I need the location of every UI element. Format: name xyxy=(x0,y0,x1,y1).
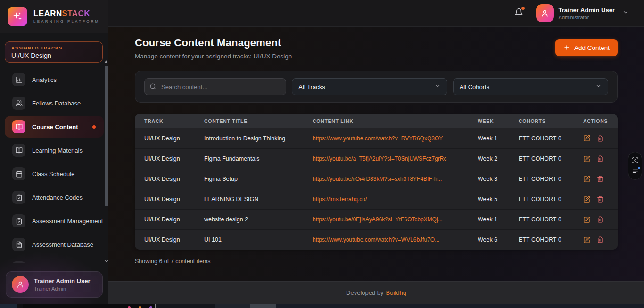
trash-icon[interactable] xyxy=(597,236,603,243)
sidebar-nav: AnalyticsFellows DatabaseCourse ContentL… xyxy=(0,69,104,263)
plus-icon xyxy=(563,44,570,51)
sidebar-item-label: Analytics xyxy=(32,76,57,83)
sidebar-item-class-schedule[interactable]: Class Schedule xyxy=(5,163,104,185)
trash-icon[interactable] xyxy=(597,196,603,203)
edit-icon[interactable] xyxy=(583,196,590,203)
row-track: UI/UX Design xyxy=(144,155,204,162)
column-header-content-title: CONTENT TITLE xyxy=(204,118,313,124)
chevron-down-icon[interactable] xyxy=(104,257,108,266)
strip-segment xyxy=(215,304,250,308)
edit-icon[interactable] xyxy=(583,155,590,162)
trash-icon[interactable] xyxy=(597,216,603,223)
sidebar-item-label: Assessment Database xyxy=(32,241,93,248)
content-link[interactable]: https://youtu.be/a_T5fjA2uIY?si=T0SnjUWS… xyxy=(313,155,446,162)
row-content-title: Figma Fundamentals xyxy=(204,155,313,162)
row-cohorts: ETT COHORT 0 xyxy=(519,236,583,243)
row-week: Week 3 xyxy=(478,176,519,182)
brand-name-secondary: STACK xyxy=(62,9,90,18)
trash-icon[interactable] xyxy=(597,155,603,162)
row-cohorts: ETT COHORT 0 xyxy=(519,196,583,203)
row-content-title: Introduction to Design Thinking xyxy=(204,135,313,142)
sidebar-user-role: Trainer Admin xyxy=(34,286,90,292)
sidebar-item-partial[interactable] xyxy=(5,257,104,263)
row-week: Week 2 xyxy=(478,155,519,162)
strip-segment xyxy=(156,304,215,308)
sidebar-user-name: Trainer Admin User xyxy=(34,277,90,284)
sidebar-item-learning-materials[interactable]: Learning Materials xyxy=(5,139,104,161)
row-content-title: LEARNING DESIGN xyxy=(204,196,313,203)
row-track: UI/UX Design xyxy=(144,176,204,182)
content-link[interactable]: https://www.youtube.com/watch?v=RVYR6QxQ… xyxy=(313,135,443,142)
content-link[interactable]: https://lms.terrahq.co/ xyxy=(313,196,367,203)
list-summary-icon[interactable] xyxy=(632,168,639,175)
add-content-button[interactable]: Add Content xyxy=(555,39,618,56)
strip-segment xyxy=(250,304,276,308)
background-window-strip xyxy=(0,304,644,308)
row-actions xyxy=(583,216,608,223)
sidebar-user-text: Trainer Admin User Trainer Admin xyxy=(34,277,90,292)
page-header-text: Course Content Management Manage content… xyxy=(135,37,292,60)
column-header-track: TRACK xyxy=(144,118,204,124)
edit-icon[interactable] xyxy=(583,236,590,243)
table-row: UI/UX DesignIntroduction to Design Think… xyxy=(135,128,618,148)
row-track: UI/UX Design xyxy=(144,135,204,142)
content-link[interactable]: https://www.youtube.com/watch?v=WVL6bJfu… xyxy=(313,236,439,243)
sidebar-item-label: Fellows Database xyxy=(32,100,81,107)
footer-brand-link[interactable]: Buildhq xyxy=(386,289,406,296)
tracks-select-value: All Tracks xyxy=(298,83,325,90)
content-link[interactable]: https://youtu.be/0EjIsAyA96k?si=YtF6OTcb… xyxy=(313,216,443,223)
brand-tagline: LEARNING PLATFORM xyxy=(33,19,100,24)
edit-icon[interactable] xyxy=(583,135,590,142)
sidebar-scrollbar[interactable] xyxy=(104,59,108,266)
add-content-label: Add Content xyxy=(574,44,610,51)
brand-name: LEARNSTACK xyxy=(33,9,100,17)
notification-bell-icon[interactable] xyxy=(514,8,523,19)
trash-icon[interactable] xyxy=(597,176,603,182)
trash-icon[interactable] xyxy=(597,135,603,142)
topbar-avatar-icon[interactable] xyxy=(536,4,554,22)
strip-dot xyxy=(149,306,152,308)
sidebar-item-attendance-codes[interactable]: Attendance Codes xyxy=(5,186,104,208)
chevron-down-icon xyxy=(595,83,602,90)
scroll-up-arrow-icon[interactable] xyxy=(105,60,107,63)
page-header: Course Content Management Manage content… xyxy=(108,27,644,60)
table-row: UI/UX Designwebsite design 2https://yout… xyxy=(135,209,618,229)
tracks-select[interactable]: All Tracks xyxy=(292,78,447,95)
sidebar-item-assessment-management[interactable]: Assessment Management xyxy=(5,210,104,232)
search-field-wrap xyxy=(144,78,286,95)
content-column: Trainer Admin User Administrator Course … xyxy=(108,0,644,304)
column-header-week: WEEK xyxy=(478,118,519,124)
sidebar-item-label: Attendance Codes xyxy=(32,194,83,201)
row-cohorts: ETT COHORT 0 xyxy=(519,216,583,223)
user-menu-chevron-down-icon[interactable] xyxy=(622,9,629,17)
sidebar-item-assessment-database[interactable]: Assessment Database xyxy=(5,234,104,255)
strip-dot xyxy=(128,306,131,308)
row-cohorts: ETT COHORT 0 xyxy=(519,155,583,162)
edit-icon[interactable] xyxy=(583,216,590,223)
book-open-icon xyxy=(12,120,25,133)
sidebar-item-course-content[interactable]: Course Content xyxy=(5,116,104,138)
sidebar-user-card[interactable]: Trainer Admin User Trainer Admin xyxy=(6,271,103,298)
sidebar-item-label: Learning Materials xyxy=(32,147,83,154)
column-header-content-link: CONTENT LINK xyxy=(313,118,478,124)
sidebar-item-analytics[interactable]: Analytics xyxy=(5,69,104,90)
sidebar-item-label: Assessment Management xyxy=(32,218,103,225)
edit-icon[interactable] xyxy=(583,176,590,183)
file-text-icon xyxy=(12,238,25,251)
clipped-icon xyxy=(12,261,25,263)
filter-bar: All Tracks All Cohorts xyxy=(135,71,618,103)
row-actions xyxy=(583,176,608,183)
cohorts-select[interactable]: All Cohorts xyxy=(453,78,608,95)
bar-chart-icon xyxy=(12,73,25,86)
capture-icon[interactable] xyxy=(632,157,639,164)
footer: Developed by Buildhq xyxy=(108,281,644,304)
topbar: Trainer Admin User Administrator xyxy=(108,0,644,27)
scrollbar-thumb[interactable] xyxy=(105,66,108,206)
search-input[interactable] xyxy=(144,78,286,95)
strip-dot xyxy=(139,306,141,308)
app-root: LEARNSTACK LEARNING PLATFORM ASSIGNED TR… xyxy=(0,0,644,308)
row-track: UI/UX Design xyxy=(144,236,204,243)
extension-toolbar xyxy=(628,152,642,180)
sidebar-item-fellows-database[interactable]: Fellows Database xyxy=(5,92,104,114)
content-link[interactable]: https://youtu.be/iiOi4rD83kM?si=sxh3T8YF… xyxy=(313,176,442,182)
